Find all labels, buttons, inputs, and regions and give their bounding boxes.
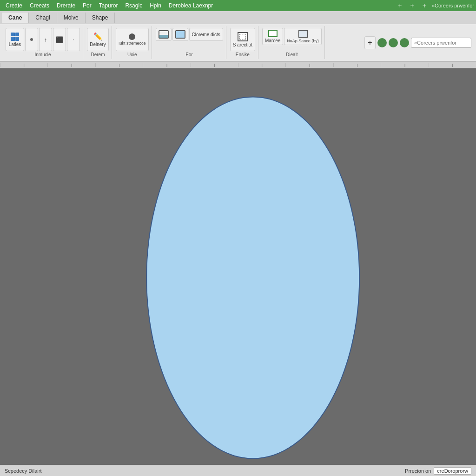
ribbon-btn-pointer[interactable]: ⬛	[53, 28, 66, 51]
ribbon-label-inmucle: Inmucle	[34, 51, 51, 57]
tab-moive[interactable]: Moive	[57, 13, 86, 23]
status-badge: creDoroprorw	[434, 467, 471, 475]
ribbon-btn-dot[interactable]	[25, 28, 38, 51]
ruler-tick: |	[285, 63, 333, 67]
menu-plus-2[interactable]: +	[408, 2, 417, 9]
status-right: Prrecion on creDoroprorw	[405, 467, 471, 475]
menu-create[interactable]: Create	[2, 1, 26, 10]
ribbon-tools-for: Cloreme dicts	[156, 28, 223, 41]
green-circle-icon-3	[400, 38, 409, 47]
menu-plus-1[interactable]: +	[395, 2, 404, 9]
ribbon-tools-inmucle: Latles ↑ ⬛ ·	[6, 28, 80, 51]
status-left-text: Scpedecy Dilairt	[5, 468, 41, 474]
green-circle-icon-2	[389, 38, 398, 47]
ribbon-tools-derem: ✏️ Deinery	[87, 28, 108, 51]
ribbon-btn-cloreme[interactable]: Cloreme dicts	[189, 28, 223, 41]
tab-cane[interactable]: Cane	[2, 13, 29, 23]
status-precision-text: Prrecion on	[405, 468, 431, 474]
ribbon-label-for: For	[186, 51, 193, 57]
menu-plus-3[interactable]: +	[420, 2, 429, 9]
ribbon-tools-diealt: Marcee NuAp Sance (by)	[262, 28, 322, 45]
menu-rsagic[interactable]: Rsagic	[121, 1, 146, 10]
ribbon-group-for: Cloreme dicts For	[153, 26, 226, 59]
ribbon-plus-btn[interactable]: +	[364, 36, 376, 49]
menu-right: + + + «Coreers prwenfor	[395, 2, 474, 9]
ribbon-btn-arrow[interactable]: ↑	[39, 28, 52, 51]
ruler-tick: |	[0, 63, 47, 67]
menu-deroblea[interactable]: Deroblea Laexnpr	[165, 1, 217, 10]
ribbon: Latles ↑ ⬛ · Inmucle ✏️ Deinery Derem	[0, 24, 476, 62]
ribbon-group-ensike: S arectiot Ensike	[227, 26, 258, 59]
ribbon-btn-img2[interactable]	[172, 28, 188, 41]
ruler-tick: |	[429, 63, 476, 67]
status-bar: Scpedecy Dilairt Prrecion on creDoropror…	[0, 465, 476, 476]
ribbon-label-ensike: Ensike	[236, 51, 250, 57]
ruler-horizontal: | | | | | | | | | |	[0, 62, 476, 68]
ribbon-btn-layers[interactable]: Latles	[6, 28, 24, 51]
ruler-tick: |	[381, 63, 428, 67]
tab-shape[interactable]: Shape	[86, 13, 115, 23]
ribbon-tools-uoie: Iukt stremecce	[116, 28, 149, 51]
ruler-tick: |	[238, 63, 285, 67]
ribbon-btn-marcee[interactable]: Marcee	[262, 28, 283, 45]
menu-bar: Create Creeats Drerate Por Tapuror Rsagi…	[0, 0, 476, 11]
menu-tapuror[interactable]: Tapuror	[95, 1, 122, 10]
menu-hpin[interactable]: Hpin	[146, 1, 165, 10]
ruler-tick: |	[191, 63, 238, 67]
ribbon-tools-ensike: S arectiot	[230, 28, 255, 51]
search-input[interactable]	[411, 38, 471, 48]
ribbon-btn-pencil[interactable]: ✏️ Deinery	[87, 28, 108, 51]
canvas-area[interactable]	[0, 68, 476, 465]
ribbon-group-diealt: Marcee NuAp Sance (by) Diealt	[259, 26, 325, 59]
ribbon-btn-dot2[interactable]: ·	[67, 28, 80, 51]
ribbon-label-uoie: Uoie	[127, 51, 137, 57]
ribbon-label-derem: Derem	[91, 51, 105, 57]
menu-por[interactable]: Por	[79, 1, 95, 10]
tab-chagi[interactable]: Chagi	[29, 13, 57, 23]
ruler-tick: |	[333, 63, 381, 67]
menu-right-text: «Coreers prwenfor	[432, 3, 474, 8]
menu-drerate[interactable]: Drerate	[53, 1, 79, 10]
ribbon-btn-circle[interactable]: Iukt stremecce	[116, 28, 149, 51]
ribbon-right: +	[363, 26, 473, 59]
ribbon-group-inmucle: Latles ↑ ⬛ · Inmucle	[3, 26, 83, 59]
ribbon-group-uoie: Iukt stremecce Uoie	[113, 26, 152, 59]
ribbon-btn-nuap[interactable]: NuAp Sance (by)	[284, 28, 322, 45]
tab-bar: Cane Chagi Moive Shape	[0, 11, 476, 24]
ribbon-btn-sarectiot[interactable]: S arectiot	[230, 28, 255, 51]
ruler-tick: |	[143, 63, 190, 67]
ribbon-group-derem: ✏️ Deinery Derem	[84, 26, 112, 59]
menu-creeats[interactable]: Creeats	[26, 1, 53, 10]
ruler-tick: |	[47, 63, 95, 67]
ribbon-btn-img1[interactable]	[156, 28, 172, 41]
green-circle-icon	[377, 38, 387, 47]
oval-shape	[146, 96, 360, 459]
ruler-tick: |	[95, 63, 143, 67]
ribbon-label-diealt: Diealt	[286, 51, 298, 57]
